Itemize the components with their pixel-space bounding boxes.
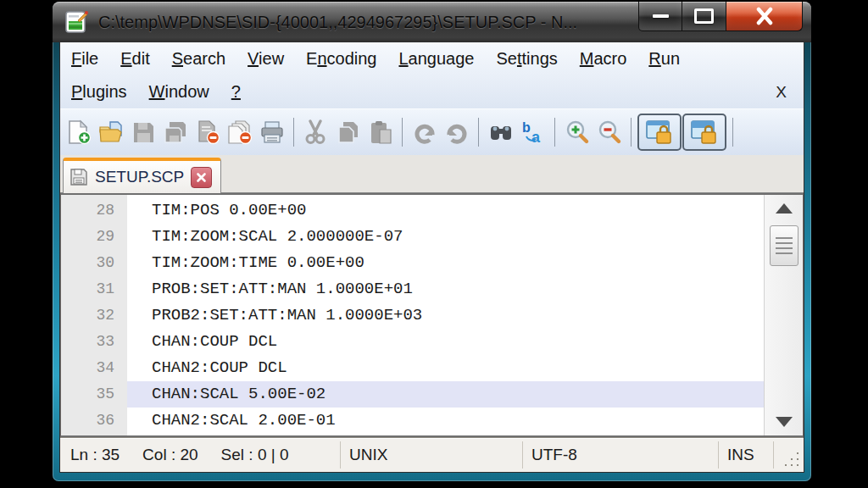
svg-text:a: a [531, 129, 541, 145]
code-line[interactable]: CHAN2:COUP DCL [127, 355, 764, 381]
status-selection: Sel : 0 | 0 [221, 446, 289, 464]
sync-horizontal-scroll-button[interactable] [682, 114, 726, 151]
copy-button[interactable] [332, 114, 364, 150]
maximize-button[interactable] [682, 2, 726, 31]
replace-icon: b a [520, 119, 546, 145]
open-file-button[interactable] [95, 114, 126, 150]
save-all-button[interactable] [159, 114, 191, 150]
title-bar[interactable]: C:\temp\WPDNSE\SID-{40001,,4294967295}\S… [53, 2, 811, 42]
print-icon [259, 119, 285, 145]
close-file-button[interactable] [192, 114, 223, 150]
line-number: 32 [61, 302, 127, 329]
menu-search[interactable]: Search [161, 49, 236, 69]
menu-encoding[interactable]: Encoding [295, 49, 387, 69]
svg-text:b: b [522, 120, 531, 135]
menu-help[interactable]: ? [220, 82, 252, 102]
cut-icon [303, 119, 329, 145]
zoom-out-button[interactable] [593, 114, 625, 150]
line-number-gutter[interactable]: 28 29 30 31 32 33 34 35 36 [61, 195, 127, 435]
paste-icon [368, 119, 393, 145]
scrollbar-thumb[interactable] [770, 225, 798, 266]
menu-window[interactable]: Window [138, 82, 220, 102]
minimize-button[interactable] [638, 2, 682, 31]
copy-icon [336, 119, 361, 145]
status-encoding: UTF-8 [523, 446, 718, 464]
line-number: 30 [61, 250, 127, 276]
close-button[interactable] [726, 2, 803, 31]
menu-macro[interactable]: Macro [569, 49, 638, 69]
tab-label: SETUP.SCP [95, 168, 184, 186]
toolbar-separator [402, 118, 403, 147]
scroll-up-icon [776, 203, 793, 214]
redo-icon [444, 119, 470, 145]
menu-run[interactable]: Run [637, 49, 691, 69]
save-button[interactable] [127, 114, 159, 150]
print-button[interactable] [256, 114, 287, 150]
close-file-icon [195, 119, 220, 145]
app-icon [64, 10, 88, 34]
scroll-up-button[interactable] [765, 195, 803, 222]
close-icon [754, 7, 775, 25]
code-line[interactable]: PROB:SET:ATT:MAN 1.0000E+01 [127, 276, 764, 302]
close-all-icon [227, 119, 253, 145]
open-file-icon [98, 119, 124, 145]
menu-language[interactable]: Language [387, 49, 485, 69]
tab-close-button[interactable] [191, 167, 212, 188]
line-number: 35 [61, 381, 127, 408]
undo-icon [412, 119, 437, 145]
menubar-close-x[interactable]: X [776, 83, 797, 102]
cut-button[interactable] [300, 114, 331, 150]
toolbar-separator [293, 118, 294, 147]
menu-view[interactable]: View [236, 49, 295, 69]
find-icon [488, 119, 514, 145]
zoom-in-button[interactable] [561, 114, 593, 150]
tab-setup-scp[interactable]: SETUP.SCP [63, 158, 221, 193]
toolbar-separator [631, 118, 632, 147]
sync-vertical-scroll-icon [645, 119, 674, 146]
code-line[interactable]: CHAN2:SCAL 2.00E-01 [127, 408, 764, 434]
find-button[interactable] [485, 114, 516, 150]
menu-bar: File Edit Search View Encoding Language … [60, 42, 804, 108]
new-file-icon [66, 119, 92, 145]
zoom-out-icon [597, 119, 622, 145]
notepadpp-window: C:\temp\WPDNSE\SID-{40001,,4294967295}\S… [53, 2, 811, 481]
save-all-icon [163, 119, 188, 145]
code-line-current[interactable]: CHAN:SCAL 5.00E-02 [127, 381, 764, 408]
menu-plugins[interactable]: Plugins [67, 82, 138, 102]
undo-button[interactable] [409, 114, 440, 150]
line-number: 34 [61, 355, 127, 381]
new-file-button[interactable] [63, 114, 94, 150]
toolbar-separator [478, 118, 479, 147]
menu-edit[interactable]: Edit [109, 49, 160, 69]
minimize-icon [653, 14, 669, 18]
window-title: C:\temp\WPDNSE\SID-{40001,,4294967295}\S… [98, 13, 577, 32]
resize-grip[interactable] [774, 438, 804, 472]
text-area[interactable]: TIM:POS 0.00E+00 TIM:ZOOM:SCAL 2.000000E… [127, 195, 764, 435]
replace-button[interactable]: b a [517, 114, 548, 150]
redo-button[interactable] [441, 114, 472, 150]
tab-close-icon [196, 172, 207, 183]
toolbar: b a [60, 108, 804, 155]
menu-settings[interactable]: Settings [485, 49, 568, 69]
saved-file-icon [70, 168, 88, 186]
code-line[interactable]: TIM:ZOOM:SCAL 2.000000E-07 [127, 224, 764, 250]
line-number: 29 [61, 224, 127, 250]
code-line[interactable]: CHAN:COUP DCL [127, 329, 764, 355]
status-eol-format: UNIX [341, 446, 522, 464]
code-line[interactable]: TIM:ZOOM:TIME 0.00E+00 [127, 250, 764, 276]
close-all-button[interactable] [224, 114, 255, 150]
code-line[interactable]: PROB2:SET:ATT:MAN 1.0000E+03 [127, 302, 764, 329]
menu-file[interactable]: File [67, 49, 109, 69]
line-number: 33 [61, 329, 127, 355]
toolbar-separator [554, 118, 555, 147]
paste-button[interactable] [364, 114, 396, 150]
maximize-icon [694, 8, 714, 24]
line-number: 31 [61, 276, 127, 302]
scroll-down-button[interactable] [765, 408, 803, 435]
vertical-scrollbar[interactable] [764, 195, 803, 435]
code-line[interactable]: TIM:POS 0.00E+00 [127, 197, 764, 224]
sync-horizontal-scroll-icon [690, 119, 719, 146]
status-typing-mode: INS [719, 446, 773, 464]
status-bar: Ln : 35 Col : 20 Sel : 0 | 0 UNIX UTF-8 … [60, 437, 804, 472]
sync-vertical-scroll-button[interactable] [637, 114, 682, 151]
